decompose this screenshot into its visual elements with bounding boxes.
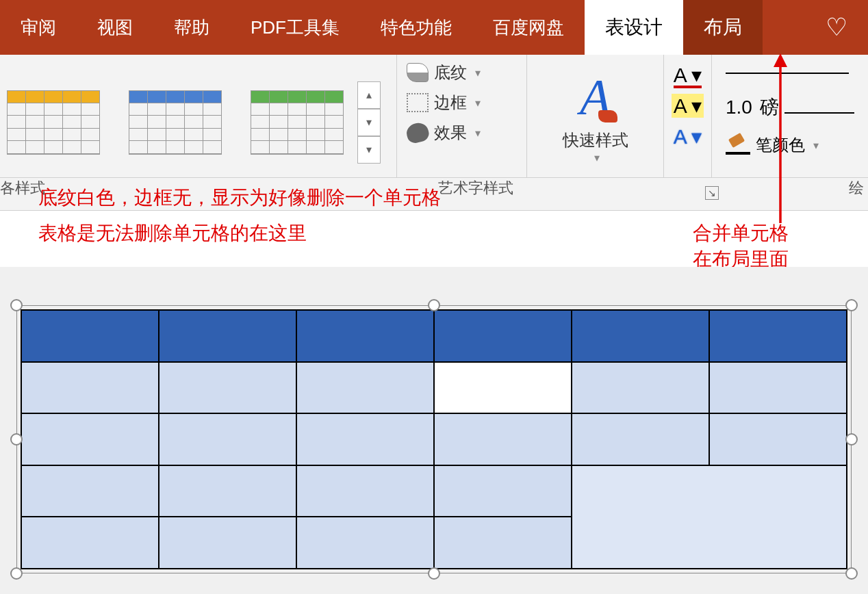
- svg-marker-1: [774, 53, 787, 67]
- resize-handle-ne[interactable]: [845, 299, 858, 311]
- style-scroll-up[interactable]: ▴: [357, 81, 381, 109]
- table-cell[interactable]: [21, 310, 159, 362]
- chevron-down-icon: ▾: [813, 139, 819, 152]
- table-cell[interactable]: [159, 517, 296, 569]
- table-cell[interactable]: [21, 517, 159, 569]
- table-object[interactable]: [21, 309, 847, 569]
- ribbon-tabs: 审阅 视图 帮助 PDF工具集 特色功能 百度网盘 表设计 布局 ♡: [0, 0, 868, 55]
- quick-styles-group: A 快速样式 ▾: [527, 55, 664, 177]
- table-styles-group: ▴ ▾ ▾: [0, 55, 397, 177]
- table-cell[interactable]: [709, 362, 847, 414]
- shading-label: 底纹: [434, 62, 467, 83]
- resize-handle-w[interactable]: [10, 433, 23, 446]
- text-outline-button[interactable]: A ▾: [672, 94, 704, 118]
- table-cell[interactable]: [434, 413, 572, 465]
- resize-handle-se[interactable]: [845, 567, 858, 580]
- table-cell[interactable]: [159, 310, 296, 362]
- ribbon-content: ▴ ▾ ▾ 底纹 ▾ 边框 ▾ 效果 ▾ A 快速样式 ▾ A ▾: [0, 55, 868, 178]
- font-style-group: A ▾ A ▾ A ▾: [664, 55, 712, 177]
- borders-label: 边框: [434, 92, 467, 114]
- table-cell[interactable]: [21, 362, 159, 414]
- group-label-wordart: 艺术字样式: [438, 178, 513, 198]
- table-style-3[interactable]: [251, 90, 344, 155]
- tell-me-icon[interactable]: ♡: [826, 13, 847, 42]
- style-scroll-down[interactable]: ▾: [357, 109, 381, 136]
- tab-table-design[interactable]: 表设计: [585, 0, 683, 55]
- table-cell[interactable]: [21, 465, 159, 517]
- table-style-2[interactable]: [129, 90, 222, 155]
- resize-handle-nw[interactable]: [10, 299, 23, 311]
- table-row: [21, 310, 847, 362]
- quick-styles-label: 快速样式: [563, 129, 628, 151]
- dialog-launcher[interactable]: ↘: [705, 186, 719, 200]
- style-scroll: ▴ ▾ ▾: [357, 81, 381, 164]
- table-cell[interactable]: [434, 465, 572, 517]
- quick-styles-icon: A: [580, 68, 611, 127]
- tab-baidu-disk[interactable]: 百度网盘: [472, 0, 585, 55]
- table-style-1[interactable]: [7, 90, 100, 155]
- table-cell-merged[interactable]: [572, 465, 847, 569]
- effects-button[interactable]: 效果 ▾: [407, 122, 517, 144]
- chevron-down-icon: ▾: [475, 96, 481, 109]
- table-cell[interactable]: [572, 362, 709, 414]
- table-row: [21, 362, 847, 414]
- style-scroll-more[interactable]: ▾: [357, 136, 381, 164]
- table-cell-white[interactable]: [434, 362, 572, 414]
- effects-label: 效果: [434, 122, 467, 144]
- shading-borders-group: 底纹 ▾ 边框 ▾ 效果 ▾: [397, 55, 527, 177]
- group-label-draw: 绘: [849, 178, 864, 198]
- tab-review[interactable]: 审阅: [0, 0, 77, 55]
- chevron-down-icon: ▾: [475, 127, 481, 140]
- text-fill-button[interactable]: A ▾: [674, 63, 702, 87]
- table-cell[interactable]: [572, 310, 709, 362]
- table-cell[interactable]: [159, 362, 296, 414]
- tab-help[interactable]: 帮助: [153, 0, 230, 55]
- table-cell[interactable]: [296, 413, 434, 465]
- borders-icon: [407, 93, 429, 112]
- chevron-down-icon: ▾: [565, 151, 628, 164]
- chevron-down-icon: ▾: [475, 66, 481, 79]
- table-cell[interactable]: [709, 310, 847, 362]
- table-cell[interactable]: [21, 413, 159, 465]
- annotation-line2: 表格是无法删除单元格的在这里: [38, 220, 307, 246]
- resize-handle-n[interactable]: [428, 299, 440, 311]
- table-cell[interactable]: [159, 413, 296, 465]
- arrow-to-layout: [753, 52, 808, 230]
- tab-pdf-tools[interactable]: PDF工具集: [230, 0, 360, 55]
- table-cell[interactable]: [296, 310, 434, 362]
- resize-handle-e[interactable]: [845, 433, 858, 446]
- effects-icon: [405, 120, 431, 144]
- slide-table[interactable]: [21, 309, 847, 569]
- tab-layout[interactable]: 布局: [683, 0, 763, 55]
- table-cell[interactable]: [434, 310, 572, 362]
- resize-handle-s[interactable]: [428, 567, 440, 580]
- pen-color-icon: [726, 135, 750, 155]
- table-cell[interactable]: [296, 517, 434, 569]
- table-row: [21, 465, 847, 517]
- borders-button[interactable]: 边框 ▾: [407, 92, 517, 114]
- slide-area: [0, 267, 868, 594]
- tab-features[interactable]: 特色功能: [360, 0, 472, 55]
- shading-button[interactable]: 底纹 ▾: [407, 62, 517, 83]
- table-cell[interactable]: [434, 517, 572, 569]
- table-row: [21, 413, 847, 465]
- text-effects-button[interactable]: A ▾: [674, 125, 702, 148]
- table-cell[interactable]: [709, 413, 847, 465]
- table-cell[interactable]: [159, 465, 296, 517]
- table-cell[interactable]: [296, 465, 434, 517]
- table-cell[interactable]: [572, 413, 709, 465]
- resize-handle-sw[interactable]: [10, 567, 23, 580]
- quick-styles-button[interactable]: A 快速样式 ▾: [563, 68, 628, 164]
- tab-view[interactable]: 视图: [77, 0, 153, 55]
- table-cell[interactable]: [296, 362, 434, 414]
- annotation-line1: 底纹白色，边框无，显示为好像删除一个单元格: [38, 185, 441, 211]
- shading-icon: [407, 63, 429, 82]
